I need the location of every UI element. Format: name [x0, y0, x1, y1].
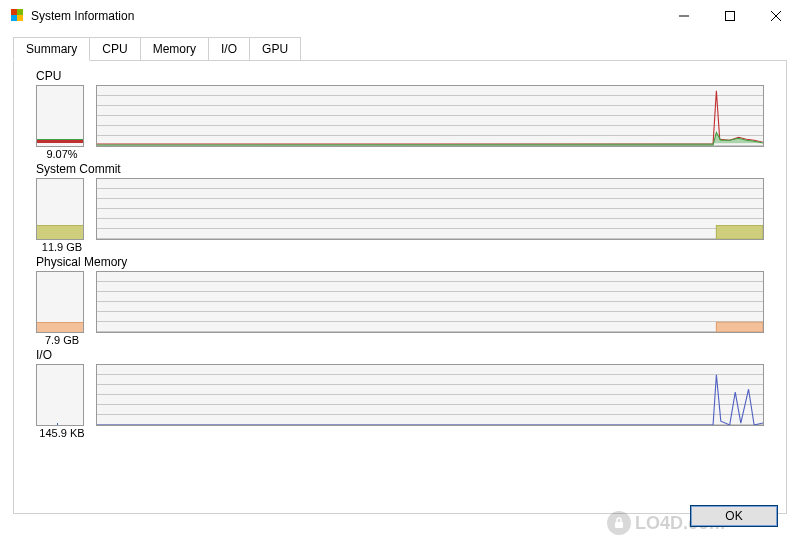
commit-value: 11.9 GB [36, 241, 88, 253]
cpu-section: CPU 9.07% [22, 69, 778, 160]
physmem-title: Physical Memory [36, 255, 778, 269]
io-section: I/O 145.9 KB [22, 348, 778, 439]
ok-button[interactable]: OK [690, 505, 778, 527]
svg-rect-5 [726, 12, 735, 21]
commit-graph[interactable] [96, 178, 764, 240]
svg-marker-9 [716, 322, 763, 332]
maximize-button[interactable] [707, 1, 753, 31]
svg-rect-10 [615, 522, 623, 528]
physmem-gauge [36, 271, 84, 333]
minimize-button[interactable] [661, 1, 707, 31]
tab-io[interactable]: I/O [208, 37, 250, 60]
cpu-gauge [36, 85, 84, 147]
commit-gauge [36, 178, 84, 240]
window: System Information Summary CPU Memory I/… [0, 0, 800, 543]
io-gauge [36, 364, 84, 426]
window-controls [661, 1, 799, 31]
io-graph[interactable] [96, 364, 764, 426]
close-button[interactable] [753, 1, 799, 31]
tab-cpu[interactable]: CPU [89, 37, 140, 60]
physmem-value: 7.9 GB [36, 334, 88, 346]
tab-gpu[interactable]: GPU [249, 37, 301, 60]
cpu-graph[interactable] [96, 85, 764, 147]
physmem-section: Physical Memory 7.9 GB [22, 255, 778, 346]
svg-rect-1 [17, 9, 23, 15]
physmem-graph[interactable] [96, 271, 764, 333]
app-icon [9, 8, 25, 24]
svg-rect-0 [11, 9, 17, 15]
tab-bar: Summary CPU Memory I/O GPU [13, 37, 787, 61]
cpu-title: CPU [36, 69, 778, 83]
commit-section: System Commit 11.9 GB [22, 162, 778, 253]
titlebar: System Information [1, 1, 799, 31]
cpu-value: 9.07% [36, 148, 88, 160]
content-area: Summary CPU Memory I/O GPU CPU 9.07% [1, 31, 799, 514]
svg-rect-2 [11, 15, 17, 21]
commit-title: System Commit [36, 162, 778, 176]
io-value: 145.9 KB [36, 427, 88, 439]
summary-panel: CPU 9.07% [13, 60, 787, 514]
lock-icon [607, 511, 631, 535]
tab-memory[interactable]: Memory [140, 37, 209, 60]
svg-marker-8 [716, 225, 763, 239]
tab-summary[interactable]: Summary [13, 37, 90, 61]
io-title: I/O [36, 348, 778, 362]
window-title: System Information [31, 9, 661, 23]
svg-rect-3 [17, 15, 23, 21]
